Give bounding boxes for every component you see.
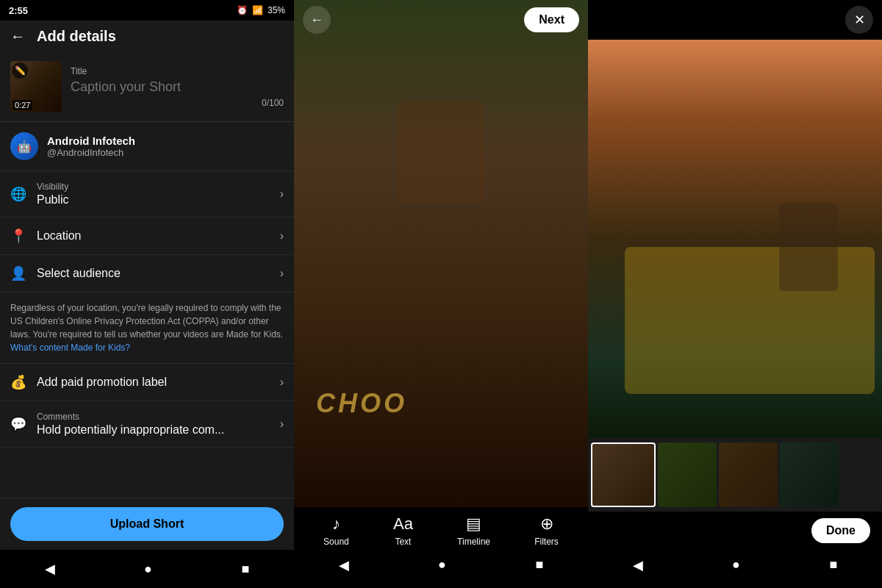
edit-icon: ✏️ [12, 62, 28, 79]
video-figure [397, 101, 485, 204]
location-icon: 📍 [10, 228, 26, 244]
timeline-label: Timeline [457, 537, 490, 547]
video-info-row: ✏️ 0:27 Title 0/100 [0, 52, 294, 122]
school-text: CHOO [316, 388, 407, 419]
status-icons: ⏰ 📶 35% [237, 5, 285, 15]
timeline-button[interactable]: ▤ Timeline [457, 514, 490, 547]
chevron-right-icon: › [280, 229, 284, 243]
top-bar: ← Add details [0, 21, 294, 52]
right-panel: ✕ Done ◀ ● ■ [588, 0, 882, 588]
status-bar: 2:55 ⏰ 📶 35% [0, 0, 294, 21]
text-button[interactable]: Aa Text [393, 514, 413, 547]
sound-button[interactable]: ♪ Sound [323, 514, 349, 547]
filters-label: Filters [534, 537, 559, 547]
next-button[interactable]: Next [524, 7, 579, 32]
visibility-content: Visibility Public [37, 182, 270, 207]
done-button[interactable]: Done [811, 518, 870, 543]
recent-nav-icon[interactable]: ■ [241, 562, 249, 577]
paid-promotion-icon: 💰 [10, 374, 26, 390]
strip-thumb-1[interactable] [658, 442, 717, 507]
middle-nav-bar: ◀ ● ■ [294, 550, 588, 588]
signal-icon: 📶 [252, 5, 263, 15]
strip-thumb-2[interactable] [719, 442, 778, 507]
comments-label: Comments [37, 412, 270, 422]
timeline-strip [588, 438, 882, 512]
location-row[interactable]: 📍 Location › [0, 218, 294, 255]
caption-label: Title [71, 66, 284, 76]
channel-name: Android Infotech [47, 135, 135, 147]
timeline-icon: ▤ [466, 514, 481, 534]
audience-row[interactable]: 👤 Select audience › [0, 255, 294, 293]
home-nav-icon[interactable]: ● [732, 557, 740, 581]
text-icon: Aa [393, 514, 413, 534]
visibility-row[interactable]: 🌐 Visibility Public › [0, 171, 294, 218]
alarm-icon: ⏰ [237, 5, 248, 15]
video-duration: 0:27 [12, 100, 32, 110]
chevron-right-icon: › [280, 417, 284, 431]
left-nav-bar: ◀ ● ■ [0, 550, 294, 588]
home-nav-icon[interactable]: ● [144, 562, 152, 577]
right-nav-bar: ◀ ● ■ [588, 550, 882, 588]
paid-promotion-row[interactable]: 💰 Add paid promotion label › [0, 364, 294, 401]
location-content: Location [37, 229, 270, 243]
bottom-toolbar: ♪ Sound Aa Text ▤ Timeline ⊕ Filters [294, 507, 588, 550]
sound-label: Sound [323, 537, 349, 547]
middle-back-button[interactable]: ← [303, 6, 331, 34]
home-nav-icon[interactable]: ● [438, 557, 446, 581]
avatar: 🤖 [10, 132, 38, 160]
chevron-right-icon: › [280, 376, 284, 389]
back-nav-icon[interactable]: ◀ [45, 561, 55, 577]
comments-row[interactable]: 💬 Comments Hold potentially inappropriat… [0, 401, 294, 448]
upload-short-button[interactable]: Upload Short [10, 507, 284, 541]
upload-button-area: Upload Short [0, 498, 294, 550]
strip-thumb-active[interactable] [591, 442, 656, 507]
strip-thumb-3[interactable] [780, 442, 839, 507]
channel-row: 🤖 Android Infotech @AndroidInfotech [0, 122, 294, 171]
battery-icon: 35% [268, 5, 285, 15]
right-header: ✕ [588, 0, 882, 40]
back-nav-icon[interactable]: ◀ [633, 557, 643, 581]
chevron-right-icon: › [280, 187, 284, 201]
channel-handle: @AndroidInfotech [47, 147, 135, 158]
audience-icon: 👤 [10, 265, 26, 282]
comments-content: Comments Hold potentially inappropriate … [37, 412, 270, 437]
recent-nav-icon[interactable]: ■ [535, 557, 543, 581]
comments-icon: 💬 [10, 416, 26, 432]
visibility-label: Visibility [37, 182, 270, 192]
middle-panel: ← Next CHOO ♪ Sound Aa Text ▤ Timeline ⊕… [294, 0, 588, 588]
audience-content: Select audience [37, 267, 270, 280]
coppa-link[interactable]: What's content Made for Kids? [10, 343, 130, 353]
visibility-icon: 🌐 [10, 186, 26, 202]
video-preview: CHOO [294, 0, 588, 507]
thumbnail[interactable]: ✏️ 0:27 [10, 61, 62, 112]
recent-nav-icon[interactable]: ■ [829, 557, 837, 581]
right-video-preview [588, 40, 882, 438]
back-button[interactable]: ← [10, 28, 25, 45]
caption-area: Title 0/100 [71, 66, 284, 108]
char-count: 0/100 [71, 98, 284, 108]
audience-label: Select audience [37, 267, 270, 280]
paid-promotion-label: Add paid promotion label [37, 376, 270, 389]
right-footer: Done [588, 512, 882, 550]
location-label: Location [37, 229, 270, 243]
filters-button[interactable]: ⊕ Filters [534, 514, 559, 547]
middle-header: ← Next [294, 0, 588, 40]
caption-input[interactable] [71, 79, 284, 95]
coppa-text: Regardless of your location, you're lega… [0, 293, 294, 364]
filters-icon: ⊕ [540, 514, 553, 534]
visibility-value: Public [37, 193, 270, 207]
coppa-description: Regardless of your location, you're lega… [10, 303, 283, 340]
back-nav-icon[interactable]: ◀ [339, 557, 349, 581]
toolbar-items: ♪ Sound Aa Text ▤ Timeline ⊕ Filters [294, 514, 588, 547]
paid-promotion-content: Add paid promotion label [37, 376, 270, 389]
comments-value: Hold potentially inappropriate com... [37, 423, 270, 437]
close-button[interactable]: ✕ [845, 6, 873, 34]
page-title: Add details [37, 28, 116, 45]
figure-shape [779, 203, 838, 291]
status-time: 2:55 [9, 5, 28, 16]
chevron-right-icon: › [280, 267, 284, 280]
left-panel: 2:55 ⏰ 📶 35% ← Add details ✏️ 0:27 Title… [0, 0, 294, 588]
text-label: Text [395, 537, 411, 547]
channel-info: Android Infotech @AndroidInfotech [47, 135, 135, 158]
sound-icon: ♪ [332, 514, 340, 534]
